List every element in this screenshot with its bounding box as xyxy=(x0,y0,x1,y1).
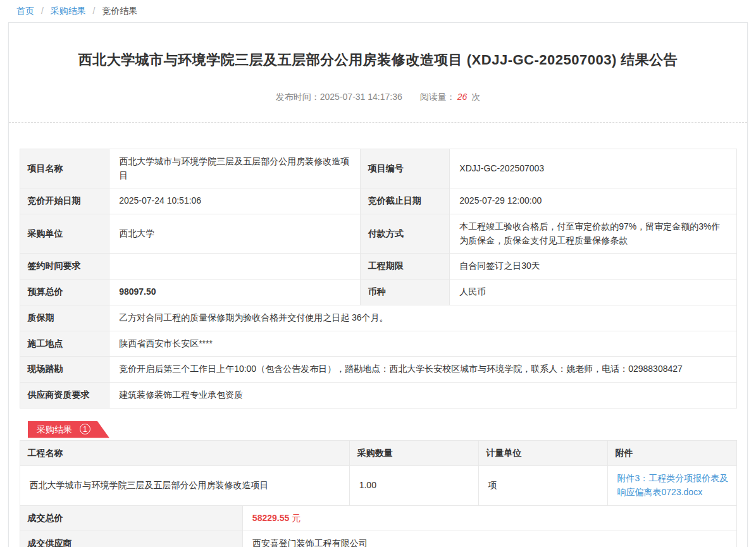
winning-supplier-label: 成交供应商 xyxy=(20,531,242,547)
project-name-column-header: 工程名称 xyxy=(20,440,349,466)
result-unit: 项 xyxy=(478,466,607,505)
payment-method-label: 付款方式 xyxy=(360,214,450,254)
publish-meta: 发布时间：2025-07-31 14:17:36阅读量：26 次 xyxy=(9,92,747,103)
quantity-column-header: 采购数量 xyxy=(349,440,478,466)
deal-total-price-value: 58229.55 元 xyxy=(242,505,736,531)
breadcrumb-procurement-results-link[interactable]: 采购结果 xyxy=(51,6,86,16)
supplier-qualification-label: 供应商资质要求 xyxy=(20,382,109,408)
dashed-divider xyxy=(9,122,747,123)
table-row: 预算总价 98097.50 币种 人民币 xyxy=(20,280,736,305)
breadcrumb-current-bidding-results: 竞价结果 xyxy=(102,6,137,16)
unit-column-header: 计量单位 xyxy=(478,440,607,466)
table-row: 现场踏勘 竞价开启后第三个工作日上午10:00（包含公告发布日），踏勘地点：西北… xyxy=(20,357,736,383)
construction-site-label: 施工地点 xyxy=(20,331,109,357)
views-count: 26 xyxy=(457,92,468,102)
table-row: 项目名称 西北大学城市与环境学院三层及五层部分公用房装修改造项目 项目编号 XD… xyxy=(20,149,736,188)
procurement-result-badge: 采购结果 1 xyxy=(28,421,109,438)
deal-total-price-unit: 元 xyxy=(292,513,301,523)
payment-method-value: 本工程竣工验收合格后，付至审定价款的97%，留审定金额的3%作为质保金，质保金支… xyxy=(450,214,736,254)
result-quantity: 1.00 xyxy=(349,466,478,505)
project-duration-value: 自合同签订之日30天 xyxy=(450,254,736,280)
result-table-header-row: 工程名称 采购数量 计量单位 附件 xyxy=(20,440,736,466)
table-row: 质保期 乙方对合同工程的质量保修期为验收合格并交付使用之日起 36个月。 xyxy=(20,305,736,331)
table-row: 采购单位 西北大学 付款方式 本工程竣工验收合格后，付至审定价款的97%，留审定… xyxy=(20,214,736,254)
table-row: 竞价开始日期 2025-07-24 10:51:06 竞价截止日期 2025-0… xyxy=(20,188,736,214)
attachment-link[interactable]: 附件3：工程类分项报价表及响应偏离表0723.docx xyxy=(617,473,729,497)
publish-time-value: 2025-07-31 14:17:36 xyxy=(320,92,402,102)
views-unit: 次 xyxy=(471,92,480,102)
budget-total-label: 预算总价 xyxy=(20,280,109,305)
table-row: 成交供应商 西安喜登门装饰工程有限公司 xyxy=(20,531,736,547)
breadcrumb-separator: / xyxy=(93,6,96,16)
breadcrumb: 首页 / 采购结果 / 竞价结果 xyxy=(0,0,756,22)
supplier-qualification-value: 建筑装修装饰工程专业承包资质 xyxy=(109,382,736,408)
table-row: 施工地点 陕西省西安市长安区**** xyxy=(20,331,736,357)
announcement-card: 西北大学城市与环境学院三层及五层部分公用房装修改造项目 (XDJJ-GC-202… xyxy=(8,22,748,547)
construction-site-value: 陕西省西安市长安区**** xyxy=(109,331,736,357)
result-table: 工程名称 采购数量 计量单位 附件 西北大学城市与环境学院三层及五层部分公用房装… xyxy=(20,440,737,506)
deal-total-price-number: 58229.55 xyxy=(252,513,289,523)
purchasing-unit-value: 西北大学 xyxy=(109,214,361,254)
result-table-data-row: 西北大学城市与环境学院三层及五层部分公用房装修改造项目 1.00 项 附件3：工… xyxy=(20,466,736,505)
winning-supplier-value: 西安喜登门装饰工程有限公司 xyxy=(242,531,736,547)
project-number-value: XDJJ-GC-202507003 xyxy=(450,149,736,188)
project-number-label: 项目编号 xyxy=(360,149,450,188)
breadcrumb-home-link[interactable]: 首页 xyxy=(16,6,34,16)
site-survey-value: 竞价开启后第三个工作日上午10:00（包含公告发布日），踏勘地点：西北大学长安校… xyxy=(109,357,736,383)
signing-time-value xyxy=(109,254,361,280)
table-row: 成交总价 58229.55 元 xyxy=(20,505,736,531)
table-row: 签约时间要求 工程期限 自合同签订之日30天 xyxy=(20,254,736,280)
signing-time-label: 签约时间要求 xyxy=(20,254,109,280)
deal-summary-table: 成交总价 58229.55 元 成交供应商 西安喜登门装饰工程有限公司 xyxy=(20,505,737,547)
breadcrumb-separator: / xyxy=(41,6,44,16)
procurement-result-badge-label: 采购结果 xyxy=(37,424,72,434)
page-title: 西北大学城市与环境学院三层及五层部分公用房装修改造项目 (XDJJ-GC-202… xyxy=(9,23,747,70)
project-duration-label: 工程期限 xyxy=(360,254,450,280)
warranty-period-value: 乙方对合同工程的质量保修期为验收合格并交付使用之日起 36个月。 xyxy=(109,305,736,331)
currency-value: 人民币 xyxy=(450,280,736,305)
site-survey-label: 现场踏勘 xyxy=(20,357,109,383)
attachment-column-header: 附件 xyxy=(607,440,736,466)
project-name-value: 西北大学城市与环境学院三层及五层部分公用房装修改造项目 xyxy=(109,149,361,188)
budget-total-value: 98097.50 xyxy=(109,280,361,305)
currency-label: 币种 xyxy=(360,280,450,305)
purchasing-unit-label: 采购单位 xyxy=(20,214,109,254)
views-label: 阅读量： xyxy=(420,92,455,102)
project-info-table: 项目名称 西北大学城市与环境学院三层及五层部分公用房装修改造项目 项目编号 XD… xyxy=(20,149,737,409)
publish-time-label: 发布时间： xyxy=(276,92,320,102)
bid-start-date-label: 竞价开始日期 xyxy=(20,188,109,214)
bid-deadline-label: 竞价截止日期 xyxy=(360,188,450,214)
result-count-badge: 1 xyxy=(80,424,90,434)
project-name-label: 项目名称 xyxy=(20,149,109,188)
bid-start-date-value: 2025-07-24 10:51:06 xyxy=(109,188,361,214)
table-row: 供应商资质要求 建筑装修装饰工程专业承包资质 xyxy=(20,382,736,408)
result-project-name: 西北大学城市与环境学院三层及五层部分公用房装修改造项目 xyxy=(20,466,349,505)
deal-total-price-label: 成交总价 xyxy=(20,505,242,531)
bid-deadline-value: 2025-07-29 12:00:00 xyxy=(450,188,736,214)
warranty-period-label: 质保期 xyxy=(20,305,109,331)
